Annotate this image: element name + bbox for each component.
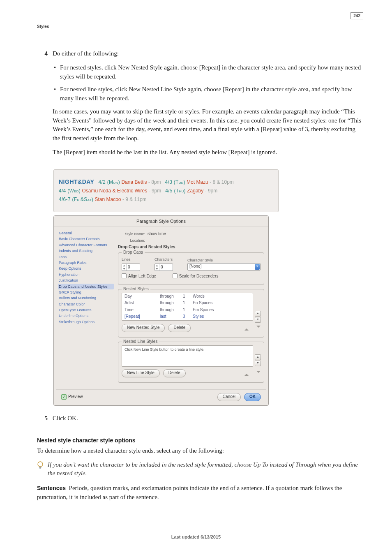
step4-bullet-2: For nested line styles, click New Nested… xyxy=(53,85,363,107)
sample-day: 4/3 (Tue) xyxy=(165,179,185,185)
body: 4 Do either of the following: For nested… xyxy=(37,49,363,502)
delete-line-style-button[interactable]: Delete xyxy=(163,369,186,377)
reorder-down-icon[interactable] xyxy=(256,371,261,375)
nested-line-styles-list[interactable]: Click New Line Style button to create a … xyxy=(122,345,253,367)
category-item[interactable]: Justification xyxy=(58,278,114,283)
reorder-up-icon[interactable] xyxy=(244,372,249,376)
new-line-style-button[interactable]: New Line Style xyxy=(122,369,160,377)
scale-descenders-label: Scale for Descenders xyxy=(179,274,219,278)
sample-artist: Mot Mazu xyxy=(187,179,208,185)
lines-stepper[interactable]: ▲▼ 0 xyxy=(122,264,140,271)
reorder-up-icon[interactable] xyxy=(244,326,249,331)
sample-day: 4/2 (Mon) xyxy=(98,179,120,185)
sample-text-box: NIGHT&DAY 4/2 (Mon) Dana Bettis - 8pm 4/… xyxy=(53,169,279,213)
nested-line-styles-group: Nested Line Styles Click New Line Style … xyxy=(118,342,264,383)
category-item[interactable]: Hyphenation xyxy=(58,272,114,278)
step4-lead: Do either of the following: xyxy=(53,49,363,58)
align-left-edge-label: Align Left Edge xyxy=(128,274,156,278)
category-item[interactable]: GREP Styling xyxy=(58,289,114,295)
cancel-button[interactable]: Cancel xyxy=(217,393,241,401)
sample-time: - 9pm xyxy=(149,188,161,194)
category-item[interactable]: Tabs xyxy=(58,254,114,260)
category-item[interactable]: Advanced Character Formats xyxy=(58,242,114,248)
category-item[interactable]: General xyxy=(58,230,114,236)
characters-stepper[interactable]: ▲▼ 0 xyxy=(154,264,173,271)
lines-label: Lines xyxy=(122,257,146,262)
nested-styles-list[interactable]: Daythrough1WordsArtistthrough1En SpacesT… xyxy=(122,293,253,321)
char-style-value: [None] xyxy=(189,264,201,270)
subheading: Nested style character style options xyxy=(37,437,363,445)
sample-day: 4/4 (Wed) xyxy=(59,188,81,194)
sample-title: NIGHT&DAY xyxy=(59,178,94,185)
category-item[interactable]: Basic Character Formats xyxy=(58,236,114,242)
dialog-title: Paragraph Style Options xyxy=(54,216,268,227)
ok-button[interactable]: OK xyxy=(244,393,261,401)
nested-style-row[interactable]: Daythrough1Words xyxy=(122,293,253,300)
nested-line-styles-legend: Nested Line Styles xyxy=(122,339,159,345)
nested-styles-legend: Nested Styles xyxy=(122,286,150,292)
category-list[interactable]: GeneralBasic Character FormatsAdvanced C… xyxy=(58,230,114,387)
move-down-button[interactable]: ▼ xyxy=(255,317,261,323)
step4-para-2: The [Repeat] item should be the last in … xyxy=(53,148,363,157)
reorder-down-icon[interactable] xyxy=(256,326,261,330)
sample-artist: Stan Macoo xyxy=(95,197,121,202)
sentences-definition: Sentences Periods, question marks, and e… xyxy=(37,484,363,502)
subheading-intro: To determine how a nested character styl… xyxy=(37,446,363,456)
tip-text: If you don’t want the character to be in… xyxy=(48,460,363,479)
category-item[interactable]: Indents and Spacing xyxy=(58,248,114,254)
drop-caps-group: Drop Caps Lines ▲▼ 0 xyxy=(118,252,264,285)
category-item[interactable]: Underline Options xyxy=(58,313,114,319)
delete-nested-style-button[interactable]: Delete xyxy=(168,324,191,332)
paragraph-style-options-dialog: Paragraph Style Options GeneralBasic Cha… xyxy=(53,215,269,406)
location-label: Location: xyxy=(118,238,145,243)
style-name-label: Style Name: xyxy=(118,231,145,237)
preview-checkbox[interactable]: ✓Preview xyxy=(61,394,83,400)
move-up-button[interactable]: ▲ xyxy=(255,311,261,317)
sample-artist: Zagaby xyxy=(187,188,203,194)
panel-title: Drop Caps and Nested Styles xyxy=(118,244,264,250)
nested-style-row[interactable]: [Repeat]last3Styles xyxy=(122,313,253,320)
category-item[interactable]: Character Color xyxy=(58,301,114,307)
category-item[interactable]: Drop Caps and Nested Styles xyxy=(58,284,114,289)
nested-style-row[interactable]: Artistthrough1En Spaces xyxy=(122,300,253,307)
sample-time: - 8pm xyxy=(148,179,161,185)
category-item[interactable]: Strikethrough Options xyxy=(58,319,114,325)
page-number: 242 xyxy=(350,12,363,19)
sample-day: 4/5 (Thu) xyxy=(165,188,186,194)
sentences-text: Periods, question marks, and exclamation… xyxy=(37,485,342,500)
page-footer: Last updated 6/13/2015 xyxy=(0,534,392,539)
step-number-4: 4 xyxy=(37,49,53,162)
step-number-5: 5 xyxy=(37,414,53,428)
char-style-label: Character Style xyxy=(187,258,261,263)
lines-value: 0 xyxy=(127,264,140,271)
step4-bullet-1: For nested styles, click New Nested Styl… xyxy=(53,63,363,86)
move-up-button[interactable]: ▲ xyxy=(255,354,261,360)
lightbulb-icon xyxy=(37,460,44,479)
step5-text: Click OK. xyxy=(53,414,363,423)
char-style-dropdown[interactable]: [None] xyxy=(187,263,261,271)
align-left-edge-checkbox[interactable]: Align Left Edge xyxy=(122,273,156,280)
preview-label: Preview xyxy=(68,394,83,399)
sample-time: - 8 & 10pm xyxy=(210,179,234,185)
category-item[interactable]: Bullets and Numbering xyxy=(58,295,114,301)
new-nested-style-button[interactable]: New Nested Style xyxy=(122,324,165,332)
move-down-button[interactable]: ▼ xyxy=(255,361,261,366)
category-item[interactable]: OpenType Features xyxy=(58,307,114,313)
figure: NIGHT&DAY 4/2 (Mon) Dana Bettis - 8pm 4/… xyxy=(53,169,363,406)
section-label: Styles xyxy=(37,25,350,29)
sentences-label: Sentences xyxy=(37,485,66,491)
category-item[interactable]: Keep Options xyxy=(58,266,114,271)
svg-rect-1 xyxy=(39,467,42,468)
nested-style-row[interactable]: Timethrough1Em Spaces xyxy=(122,307,253,314)
tip-block: If you don’t want the character to be in… xyxy=(37,460,363,479)
page-header: Styles 242 xyxy=(37,25,363,29)
scale-descenders-checkbox[interactable]: Scale for Descenders xyxy=(173,273,219,280)
characters-label: Characters xyxy=(154,257,179,262)
sample-day: 4/6-7 (Fri&Sat) xyxy=(59,197,93,202)
svg-point-0 xyxy=(38,462,43,467)
category-item[interactable]: Paragraph Rules xyxy=(58,260,114,266)
step4-para-1: In some cases, you may want to skip the … xyxy=(53,107,363,143)
characters-value: 0 xyxy=(159,264,173,271)
nested-styles-group: Nested Styles Daythrough1WordsArtistthro… xyxy=(118,289,264,338)
style-name-value: show time xyxy=(148,231,166,237)
